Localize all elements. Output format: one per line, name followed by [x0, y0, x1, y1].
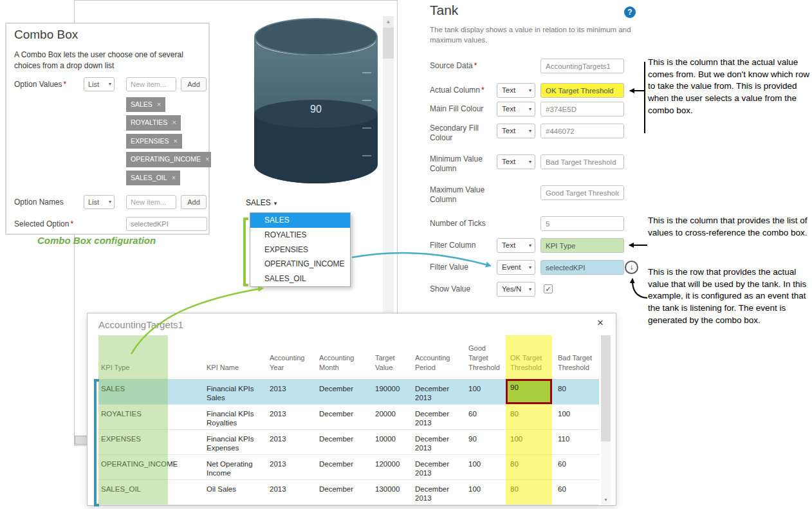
column-header[interactable]: Accounting Year: [267, 335, 317, 379]
scroll-down-icon[interactable]: ▼: [601, 495, 611, 504]
scroll-up-icon[interactable]: ▲: [383, 16, 394, 28]
number-of-ticks-input[interactable]: [540, 216, 624, 231]
option-values-type-select[interactable]: List▾: [84, 77, 115, 91]
add-option-name-button[interactable]: Add: [181, 195, 207, 209]
add-option-value-button[interactable]: Add: [181, 77, 207, 91]
event-listen-icon[interactable]: ↓: [625, 261, 638, 274]
table-row[interactable]: SALES_OILOil Sales2013December130000Dece…: [98, 479, 599, 504]
table-scrollbar-thumb[interactable]: [601, 335, 611, 441]
table-row[interactable]: EXPENSESFinancial KPIs Expenses2013Decem…: [98, 429, 599, 454]
select-value: Yes/N: [502, 285, 521, 293]
required-marker: *: [474, 61, 477, 70]
table-header-row: KPI TypeKPI NameAccounting YearAccountin…: [98, 335, 599, 379]
column-header[interactable]: Bad Target Threshold: [555, 335, 599, 379]
actual-column-label: Actual Column*: [430, 86, 494, 95]
kpi-combo-box[interactable]: SALES▾: [246, 198, 277, 207]
table-cell: 60: [555, 454, 599, 479]
column-header[interactable]: Accounting Period: [412, 335, 466, 379]
remove-tag-icon[interactable]: ×: [174, 137, 178, 145]
new-item-input[interactable]: [126, 195, 176, 209]
table-cell: 60: [466, 404, 508, 429]
select-value: List: [88, 80, 99, 88]
table-rows-bracket: [94, 379, 99, 506]
dropdown-item[interactable]: EXPENSIES: [250, 243, 350, 257]
table-cell: 110: [555, 429, 599, 454]
table-scrollbar[interactable]: ▼: [601, 335, 611, 504]
show-value-checkbox[interactable]: ✓: [544, 284, 553, 293]
selected-option-input[interactable]: [126, 217, 207, 231]
number-of-ticks-row: Number of Ticks: [421, 216, 643, 232]
minimum-value-column-type-select[interactable]: Text▾: [497, 154, 535, 169]
dropdown-item[interactable]: SALES: [250, 213, 350, 228]
minimum-value-column-input[interactable]: [540, 154, 624, 169]
main-fill-colour-type-select[interactable]: Text▾: [497, 102, 535, 116]
kpi-dropdown-list: SALESROYALTIESEXPENSIESOPERATING_INCOMES…: [250, 212, 351, 287]
dropdown-item[interactable]: SALES_OIL: [250, 272, 350, 286]
tank-visual[interactable]: 90: [254, 18, 378, 198]
column-header[interactable]: Accounting Month: [317, 335, 373, 379]
column-header[interactable]: OK Target Threshold: [508, 335, 555, 379]
option-names-type-select[interactable]: List▾: [84, 195, 115, 209]
remove-tag-icon[interactable]: ×: [172, 174, 176, 181]
secondary-fill-colour-input[interactable]: [540, 124, 624, 138]
dropdown-item[interactable]: ROYALTIES: [250, 228, 350, 243]
remove-tag-icon[interactable]: ×: [157, 100, 161, 108]
label-text: Source Data: [430, 61, 473, 70]
option-values-tag-list: SALES×ROYALTIES×EXPENSIES×OPERATING_INCO…: [126, 97, 211, 189]
table-cell: 120000: [373, 454, 412, 479]
secondary-fill-colour-row: Secondary Fill Colour Text▾: [421, 124, 643, 139]
remove-tag-icon[interactable]: ×: [172, 118, 176, 126]
show-value-type-select[interactable]: Yes/N▾: [497, 282, 535, 297]
actual-column-type-select[interactable]: Text▾: [497, 83, 535, 98]
popup-title: AccountingTargets1: [98, 319, 183, 330]
table-cell: December: [317, 379, 373, 404]
tank-tick: [362, 155, 371, 156]
column-header[interactable]: KPI Name: [204, 335, 267, 379]
maximum-value-column-input[interactable]: [540, 185, 624, 200]
combo-box-panel: Combo Box A Combo Box lets the user choo…: [5, 23, 210, 235]
chevron-down-icon: ▾: [529, 124, 531, 138]
label-text: Actual Column: [430, 86, 480, 95]
table-row[interactable]: ROYALTIESFinancial KPIs Royalties2013Dec…: [98, 404, 599, 429]
main-fill-colour-input[interactable]: [540, 102, 624, 116]
show-value-row: Show Value Yes/N▾ ✓: [421, 282, 643, 297]
select-value: Event: [502, 263, 521, 271]
table-cell: 2013: [267, 429, 317, 454]
tag-label: EXPENSIES: [131, 137, 169, 145]
tank-body: 90: [254, 37, 378, 183]
data-table: KPI TypeKPI NameAccounting YearAccountin…: [98, 335, 599, 505]
column-header[interactable]: Good Target Threshold: [466, 335, 508, 379]
canvas-scrollbar-thumb[interactable]: [383, 28, 394, 59]
table-cell: 60: [555, 479, 599, 504]
chevron-down-icon: ▾: [529, 102, 531, 116]
dropdown-item[interactable]: OPERATING_INCOME: [250, 257, 350, 272]
filter-value-type-select[interactable]: Event▾: [497, 260, 535, 275]
chevron-down-icon: ▾: [109, 78, 111, 91]
table-cell: EXPENSES: [98, 429, 204, 454]
table-row[interactable]: OPERATING_INCOMENet Operating Income2013…: [98, 454, 599, 479]
actual-column-input[interactable]: [540, 83, 624, 98]
select-value: List: [88, 198, 99, 206]
column-header[interactable]: Target Value: [373, 335, 412, 379]
table-cell: 100: [555, 404, 599, 429]
filter-column-input[interactable]: [540, 238, 624, 253]
number-of-ticks-label: Number of Ticks: [430, 219, 494, 228]
filter-column-type-select[interactable]: Text▾: [497, 238, 535, 253]
column-header[interactable]: KPI Type: [98, 335, 204, 379]
panel-title: Combo Box: [14, 28, 78, 42]
filter-value-input[interactable]: [540, 260, 624, 275]
tag-label: SALES_OIL: [131, 174, 167, 181]
maximum-value-column-row: Maximum Value Column: [421, 185, 643, 201]
close-icon[interactable]: ×: [597, 317, 604, 329]
annotation-filter-column: This is the column that provides the lis…: [648, 215, 810, 239]
remove-tag-icon[interactable]: ×: [205, 155, 209, 163]
chevron-down-icon: ▾: [529, 282, 531, 296]
new-item-input[interactable]: [126, 77, 176, 91]
source-data-input[interactable]: [540, 59, 624, 73]
source-data-row: Source Data*: [421, 59, 643, 74]
table-cell: 100: [466, 454, 508, 479]
annotation-filter-value: This is the row that provides the actual…: [648, 266, 811, 326]
secondary-fill-colour-type-select[interactable]: Text▾: [497, 124, 535, 138]
help-icon[interactable]: ?: [624, 6, 636, 18]
table-cell: December 2013: [412, 454, 466, 479]
